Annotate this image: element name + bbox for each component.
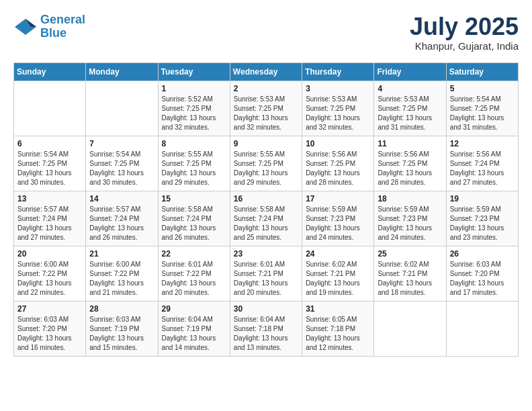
day-info: Sunrise: 5:53 AM Sunset: 7:25 PM Dayligh…	[234, 95, 298, 132]
day-info: Sunrise: 5:54 AM Sunset: 7:25 PM Dayligh…	[89, 150, 154, 187]
day-number: 1	[162, 84, 226, 93]
header-thursday: Thursday	[302, 62, 374, 81]
day-number: 17	[306, 194, 370, 203]
calendar-cell: 16Sunrise: 5:58 AM Sunset: 7:24 PM Dayli…	[230, 191, 302, 246]
calendar-cell: 15Sunrise: 5:58 AM Sunset: 7:24 PM Dayli…	[158, 191, 230, 246]
day-info: Sunrise: 5:54 AM Sunset: 7:25 PM Dayligh…	[17, 150, 82, 187]
calendar-cell: 20Sunrise: 6:00 AM Sunset: 7:22 PM Dayli…	[14, 246, 86, 301]
calendar-cell: 7Sunrise: 5:54 AM Sunset: 7:25 PM Daylig…	[86, 136, 158, 191]
day-number: 5	[450, 84, 515, 93]
day-info: Sunrise: 5:58 AM Sunset: 7:24 PM Dayligh…	[234, 205, 298, 242]
logo-general: General	[40, 13, 85, 26]
day-number: 7	[89, 139, 154, 148]
day-number: 21	[89, 249, 154, 259]
day-number: 29	[162, 304, 226, 314]
day-info: Sunrise: 6:01 AM Sunset: 7:21 PM Dayligh…	[234, 260, 298, 298]
day-number: 30	[234, 304, 298, 314]
calendar-cell: 31Sunrise: 6:05 AM Sunset: 7:18 PM Dayli…	[302, 301, 374, 356]
day-number: 6	[17, 139, 82, 148]
day-number: 14	[89, 194, 154, 203]
calendar-cell: 24Sunrise: 6:02 AM Sunset: 7:21 PM Dayli…	[302, 246, 374, 301]
day-number: 20	[17, 249, 82, 259]
day-info: Sunrise: 6:03 AM Sunset: 7:20 PM Dayligh…	[450, 260, 515, 298]
calendar-cell: 12Sunrise: 5:56 AM Sunset: 7:24 PM Dayli…	[446, 136, 518, 191]
logo-icon	[13, 17, 38, 36]
calendar-cell: 18Sunrise: 5:59 AM Sunset: 7:23 PM Dayli…	[374, 191, 446, 246]
day-number: 28	[89, 304, 154, 314]
calendar-cell: 11Sunrise: 5:56 AM Sunset: 7:25 PM Dayli…	[374, 136, 446, 191]
calendar-cell	[446, 301, 518, 356]
day-info: Sunrise: 6:03 AM Sunset: 7:20 PM Dayligh…	[17, 315, 82, 353]
day-info: Sunrise: 6:00 AM Sunset: 7:22 PM Dayligh…	[17, 260, 82, 298]
day-info: Sunrise: 5:59 AM Sunset: 7:23 PM Dayligh…	[306, 205, 370, 242]
day-info: Sunrise: 6:02 AM Sunset: 7:21 PM Dayligh…	[306, 260, 370, 298]
day-number: 4	[378, 84, 442, 93]
day-info: Sunrise: 5:55 AM Sunset: 7:25 PM Dayligh…	[162, 150, 226, 187]
calendar-cell: 21Sunrise: 6:00 AM Sunset: 7:22 PM Dayli…	[86, 246, 158, 301]
calendar-cell: 30Sunrise: 6:04 AM Sunset: 7:18 PM Dayli…	[230, 301, 302, 356]
header-friday: Friday	[374, 62, 446, 81]
week-row-0: 1Sunrise: 5:52 AM Sunset: 7:25 PM Daylig…	[14, 81, 519, 136]
calendar-cell: 5Sunrise: 5:54 AM Sunset: 7:25 PM Daylig…	[446, 81, 518, 136]
day-number: 25	[378, 249, 442, 259]
calendar-cell: 13Sunrise: 5:57 AM Sunset: 7:24 PM Dayli…	[14, 191, 86, 246]
location: Khanpur, Gujarat, India	[410, 40, 519, 52]
week-row-3: 20Sunrise: 6:00 AM Sunset: 7:22 PM Dayli…	[14, 246, 519, 301]
day-info: Sunrise: 5:57 AM Sunset: 7:24 PM Dayligh…	[17, 205, 82, 242]
day-number: 31	[306, 304, 370, 314]
calendar-cell: 3Sunrise: 5:53 AM Sunset: 7:25 PM Daylig…	[302, 81, 374, 136]
day-number: 11	[378, 139, 442, 148]
day-number: 12	[450, 139, 515, 148]
day-number: 2	[234, 84, 298, 93]
calendar-cell: 6Sunrise: 5:54 AM Sunset: 7:25 PM Daylig…	[14, 136, 86, 191]
day-number: 24	[306, 249, 370, 259]
calendar-cell	[14, 81, 86, 136]
day-number: 10	[306, 139, 370, 148]
header-row: SundayMondayTuesdayWednesdayThursdayFrid…	[14, 62, 519, 81]
page-header: General Blue July 2025 Khanpur, Gujarat,…	[13, 13, 519, 52]
calendar-cell: 29Sunrise: 6:04 AM Sunset: 7:19 PM Dayli…	[158, 301, 230, 356]
day-info: Sunrise: 5:55 AM Sunset: 7:25 PM Dayligh…	[234, 150, 298, 187]
calendar-cell: 26Sunrise: 6:03 AM Sunset: 7:20 PM Dayli…	[446, 246, 518, 301]
day-info: Sunrise: 6:05 AM Sunset: 7:18 PM Dayligh…	[306, 315, 370, 353]
day-number: 13	[17, 194, 82, 203]
month-year: July 2025	[410, 13, 519, 40]
day-info: Sunrise: 5:58 AM Sunset: 7:24 PM Dayligh…	[162, 205, 226, 242]
calendar-cell: 19Sunrise: 5:59 AM Sunset: 7:23 PM Dayli…	[446, 191, 518, 246]
title-block: July 2025 Khanpur, Gujarat, India	[410, 13, 519, 52]
day-info: Sunrise: 6:00 AM Sunset: 7:22 PM Dayligh…	[89, 260, 154, 298]
calendar-cell	[374, 301, 446, 356]
calendar-cell: 10Sunrise: 5:56 AM Sunset: 7:25 PM Dayli…	[302, 136, 374, 191]
day-info: Sunrise: 5:52 AM Sunset: 7:25 PM Dayligh…	[162, 95, 226, 132]
day-info: Sunrise: 5:56 AM Sunset: 7:24 PM Dayligh…	[450, 150, 515, 187]
calendar-cell: 28Sunrise: 6:03 AM Sunset: 7:19 PM Dayli…	[86, 301, 158, 356]
logo: General Blue	[13, 13, 85, 40]
day-number: 8	[162, 139, 226, 148]
day-info: Sunrise: 5:59 AM Sunset: 7:23 PM Dayligh…	[450, 205, 515, 242]
header-monday: Monday	[86, 62, 158, 81]
day-info: Sunrise: 5:57 AM Sunset: 7:24 PM Dayligh…	[89, 205, 154, 242]
week-row-4: 27Sunrise: 6:03 AM Sunset: 7:20 PM Dayli…	[14, 301, 519, 356]
calendar-cell: 27Sunrise: 6:03 AM Sunset: 7:20 PM Dayli…	[14, 301, 86, 356]
header-sunday: Sunday	[14, 62, 86, 81]
week-row-2: 13Sunrise: 5:57 AM Sunset: 7:24 PM Dayli…	[14, 191, 519, 246]
week-row-1: 6Sunrise: 5:54 AM Sunset: 7:25 PM Daylig…	[14, 136, 519, 191]
day-info: Sunrise: 6:04 AM Sunset: 7:18 PM Dayligh…	[234, 315, 298, 353]
calendar-table: SundayMondayTuesdayWednesdayThursdayFrid…	[13, 62, 519, 357]
day-info: Sunrise: 5:59 AM Sunset: 7:23 PM Dayligh…	[378, 205, 442, 242]
calendar-cell: 8Sunrise: 5:55 AM Sunset: 7:25 PM Daylig…	[158, 136, 230, 191]
day-info: Sunrise: 6:01 AM Sunset: 7:22 PM Dayligh…	[162, 260, 226, 298]
calendar-cell: 9Sunrise: 5:55 AM Sunset: 7:25 PM Daylig…	[230, 136, 302, 191]
day-number: 22	[162, 249, 226, 259]
day-info: Sunrise: 6:03 AM Sunset: 7:19 PM Dayligh…	[89, 315, 154, 353]
day-number: 16	[234, 194, 298, 203]
calendar-cell: 22Sunrise: 6:01 AM Sunset: 7:22 PM Dayli…	[158, 246, 230, 301]
day-info: Sunrise: 5:56 AM Sunset: 7:25 PM Dayligh…	[306, 150, 370, 187]
day-number: 27	[17, 304, 82, 314]
logo-blue: Blue	[40, 26, 66, 40]
day-number: 9	[234, 139, 298, 148]
day-info: Sunrise: 6:02 AM Sunset: 7:21 PM Dayligh…	[378, 260, 442, 298]
day-number: 23	[234, 249, 298, 259]
header-saturday: Saturday	[446, 62, 518, 81]
day-number: 26	[450, 249, 515, 259]
